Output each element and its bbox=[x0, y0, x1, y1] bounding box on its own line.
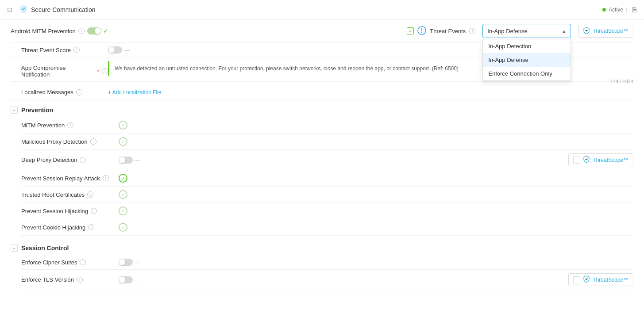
deep-proxy-info-icon[interactable]: i bbox=[80, 157, 86, 163]
session-hijacking-label-container: Prevent Session Hijacking i bbox=[21, 208, 119, 214]
cipher-suites-label: Enforce Cipher Suites bbox=[21, 259, 77, 266]
localized-label: Localized Messages bbox=[21, 89, 73, 96]
score-info-icon[interactable]: i bbox=[73, 47, 80, 53]
score-label-container: Threat Event Score i bbox=[21, 47, 108, 54]
status-label: Active bbox=[609, 7, 623, 13]
deep-proxy-label: Deep Proxy Detection bbox=[21, 157, 77, 163]
tls-threatscope-button[interactable]: ThreatScope™ bbox=[568, 273, 633, 286]
cipher-suites-toggle-thumb bbox=[119, 259, 125, 265]
notification-message: We have detected an untrusted connection… bbox=[115, 65, 459, 72]
android-mitm-left: Android MiTM Prevention i ✓ bbox=[11, 27, 135, 34]
prevention-collapse-icon[interactable]: − bbox=[11, 107, 18, 114]
collapse-icon[interactable]: ⊟ bbox=[7, 6, 12, 13]
cipher-suites-info-icon[interactable]: i bbox=[80, 259, 86, 265]
malicious-proxy-info-icon[interactable]: i bbox=[90, 138, 96, 145]
session-replay-label-container: Prevent Session Replay Attack i bbox=[21, 175, 119, 182]
session-replay-row: Prevent Session Replay Attack i ✓ bbox=[21, 170, 633, 187]
session-hijacking-check: ✓ bbox=[119, 206, 127, 215]
android-mitm-info-icon[interactable]: i bbox=[78, 28, 85, 34]
threat-events-info-icon[interactable]: i bbox=[469, 28, 475, 34]
deep-proxy-threatscope-button[interactable]: ThreatScope™ bbox=[568, 153, 633, 166]
trusted-root-row: Trusted Root Certificates i ✓ bbox=[21, 187, 633, 203]
mitm-label: MiTM Prevention bbox=[21, 122, 65, 129]
session-hijacking-info-icon[interactable]: i bbox=[91, 208, 97, 214]
dropdown-item-defense[interactable]: In-App Defense bbox=[483, 53, 571, 67]
add-localization-label: + Add Localization File bbox=[108, 89, 161, 96]
threatscope-shield-icon bbox=[583, 27, 590, 35]
tls-version-label-container: Enforce TLS Version i bbox=[21, 276, 119, 283]
deep-proxy-threatscope-icon bbox=[583, 156, 590, 164]
android-mitm-right: ✓ Threat Events i In-App Defense bbox=[407, 24, 633, 38]
session-collapse-icon[interactable]: − bbox=[11, 245, 18, 252]
toggle-track[interactable] bbox=[87, 27, 101, 34]
add-localization-button[interactable]: + Add Localization File bbox=[108, 89, 161, 96]
trusted-root-info-icon[interactable]: i bbox=[87, 191, 93, 198]
tls-version-label: Enforce TLS Version bbox=[21, 276, 74, 283]
deep-proxy-toggle-track[interactable] bbox=[119, 157, 133, 164]
dropdown-item-detection[interactable]: In-App Detection bbox=[483, 39, 571, 53]
malicious-proxy-row: Malicious Proxy Detection i ✓ bbox=[21, 134, 633, 150]
tls-threatscope-icon bbox=[583, 275, 590, 284]
cipher-suites-row: Enforce Cipher Suites i — bbox=[21, 255, 633, 270]
session-replay-info-icon[interactable]: i bbox=[103, 175, 109, 181]
deep-proxy-label-container: Deep Proxy Detection i bbox=[21, 157, 119, 163]
localized-info-icon[interactable]: i bbox=[76, 89, 82, 96]
tls-threatscope-label: ThreatScope™ bbox=[593, 277, 629, 283]
cookie-hijacking-info-icon[interactable]: i bbox=[88, 224, 94, 230]
deep-proxy-toggle[interactable]: — bbox=[119, 157, 140, 164]
dropdown-menu: In-App Detection In-App Defense Enforce … bbox=[482, 39, 571, 81]
app-title: Secure Communication bbox=[31, 6, 602, 13]
score-toggle-thumb bbox=[108, 47, 115, 53]
export-icon[interactable]: ⎘ bbox=[632, 6, 637, 14]
localized-label-container: Localized Messages i bbox=[21, 89, 108, 96]
action-dropdown[interactable]: In-App Defense ▲ bbox=[482, 24, 571, 38]
cipher-suites-toggle-track[interactable] bbox=[119, 259, 133, 266]
tls-version-info-icon[interactable]: i bbox=[77, 277, 83, 283]
cipher-suites-label-container: Enforce Cipher Suites i bbox=[21, 259, 119, 266]
session-hijacking-label: Prevent Session Hijacking bbox=[21, 208, 88, 214]
session-control-section: − Session Control Enforce Cipher Suites … bbox=[11, 239, 633, 290]
cipher-suites-dash: — bbox=[135, 259, 140, 266]
tls-version-toggle-thumb bbox=[119, 277, 125, 283]
score-label-text: Threat Event Score bbox=[21, 47, 71, 54]
main-content: Android MiTM Prevention i ✓ ✓ bbox=[0, 19, 644, 290]
threat-events-icon bbox=[417, 26, 426, 36]
prevention-items: MiTM Prevention i ✓ Malicious Proxy Dete… bbox=[11, 117, 633, 236]
dropdown-item-enforce[interactable]: Enforce Connection Only bbox=[483, 67, 571, 80]
localized-messages-row: Localized Messages i + Add Localization … bbox=[11, 85, 633, 99]
threat-events-checkbox[interactable]: ✓ bbox=[407, 27, 414, 34]
threatscope-label: ThreatScope™ bbox=[593, 28, 629, 34]
status-dot bbox=[602, 8, 606, 11]
tls-version-toggle-track[interactable] bbox=[119, 276, 133, 283]
score-toggle-track[interactable] bbox=[108, 46, 122, 54]
deep-proxy-toggle-thumb bbox=[119, 157, 125, 163]
status-indicator: Active | bbox=[602, 7, 627, 13]
top-bar: ⊟ Secure Communication Active | ⎘ bbox=[0, 0, 644, 19]
android-mitm-label: Android MiTM Prevention bbox=[11, 28, 76, 34]
deep-proxy-dash: — bbox=[135, 157, 140, 163]
cipher-suites-toggle[interactable]: — bbox=[119, 259, 140, 266]
mitm-prevention-row: MiTM Prevention i ✓ bbox=[21, 117, 633, 134]
score-toggle[interactable]: — bbox=[108, 46, 130, 54]
threat-events-check: ✓ bbox=[409, 28, 413, 34]
tls-version-toggle[interactable]: — bbox=[119, 276, 140, 283]
mitm-info-icon[interactable]: i bbox=[67, 122, 73, 128]
mitm-check: ✓ bbox=[119, 121, 127, 130]
trusted-root-label: Trusted Root Certificates bbox=[21, 191, 85, 198]
tls-threatscope-checkbox[interactable] bbox=[573, 276, 580, 283]
deep-proxy-checkbox[interactable] bbox=[573, 157, 580, 164]
threat-events-section: ✓ Threat Events i bbox=[407, 26, 475, 36]
trusted-root-check: ✓ bbox=[119, 190, 127, 199]
cookie-hijacking-label: Prevent Cookie Hijacking bbox=[21, 224, 85, 231]
toggle-thumb bbox=[95, 28, 101, 34]
tls-version-row: Enforce TLS Version i — bbox=[21, 270, 633, 290]
prevention-section-title: Prevention bbox=[21, 107, 53, 114]
app-container: ⊟ Secure Communication Active | ⎘ Androi… bbox=[0, 0, 644, 321]
session-hijacking-row: Prevent Session Hijacking i ✓ bbox=[21, 203, 633, 219]
deep-proxy-right: ThreatScope™ bbox=[568, 153, 633, 166]
android-mitm-toggle[interactable]: ✓ bbox=[87, 27, 108, 34]
app-compromise-info-icon[interactable]: i bbox=[102, 68, 108, 74]
dropdown-selected-value: In-App Defense bbox=[487, 28, 527, 34]
toggle-checkmark: ✓ bbox=[103, 27, 108, 34]
threatscope-button[interactable]: ThreatScope™ bbox=[578, 25, 633, 38]
